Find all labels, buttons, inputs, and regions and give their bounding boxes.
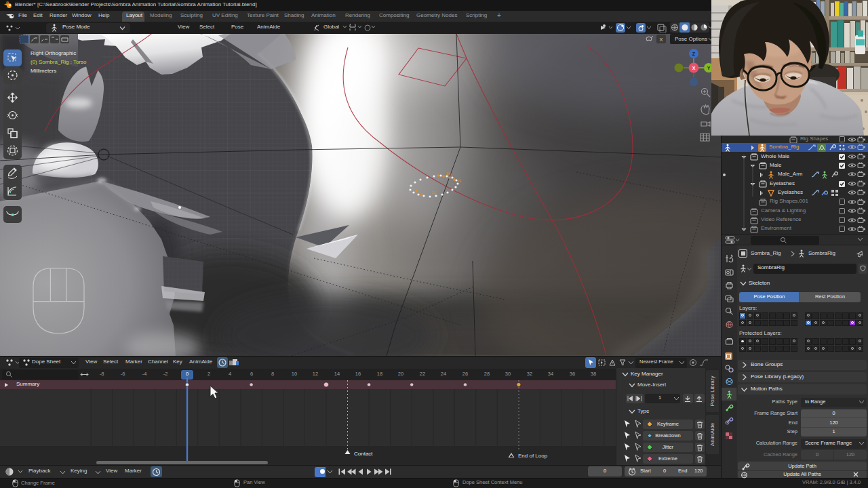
svg-text:Y: Y [707,66,711,70]
svg-text:(0) Sombra_Rig : Torso: (0) Sombra_Rig : Torso [31,59,87,65]
svg-text:21: 21 [457,179,462,183]
svg-text:End of Loop: End of Loop [518,453,548,459]
svg-text:X: X [692,66,696,70]
svg-text:26: 26 [446,171,451,176]
svg-text:11: 11 [431,190,436,195]
svg-text:Contact: Contact [354,451,373,457]
svg-text:Pose Options: Pose Options [675,36,707,42]
svg-text:Right Orthographic: Right Orthographic [31,50,76,56]
svg-text:X: X [659,37,663,43]
svg-text:Z: Z [692,52,696,56]
svg-text:AnimAide: AnimAide [709,422,715,446]
svg-text:Millimeters: Millimeters [31,68,56,74]
svg-text:Pose Library: Pose Library [709,376,715,407]
